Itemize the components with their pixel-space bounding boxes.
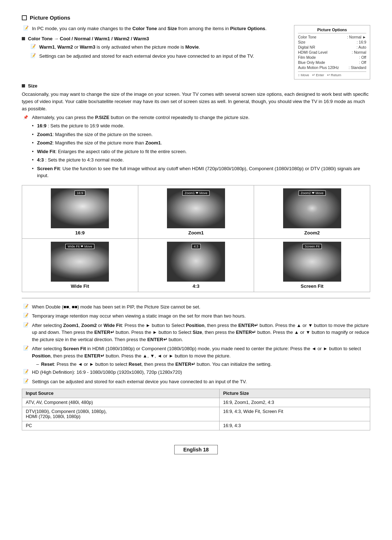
pc-note-text: In PC mode, you can only make changes to… (32, 25, 285, 32)
menu-row-blue: Blue Only Mode : Off (298, 60, 366, 65)
retention-note: 📝 Temporary image retention may occur wh… (22, 312, 370, 320)
bullet-zoom1: Zoom1: Magnifies the size of the picture… (32, 131, 370, 138)
pip-note: 📝 When Double (■■, ■■) mode has been set… (22, 303, 370, 311)
settings-note-text: Settings can be adjusted and stored for … (39, 53, 285, 60)
note-icon-settings2: 📝 (23, 379, 30, 384)
section-heading: Picture Options (22, 15, 370, 21)
img-overlay-169: 16:9 (75, 191, 86, 196)
img-screenfit: Screen Fit (283, 242, 341, 282)
table-row-atv: ATV, AV, Component (480i, 480p) 16:9, Zo… (22, 398, 370, 407)
note-icon-settings: 📝 (30, 53, 38, 58)
menu-label-motion: Auto Motion Plus 120Hz (298, 65, 339, 70)
note-icon-warm: 📝 (30, 44, 38, 49)
table-cell-pc-source: PC (22, 421, 220, 430)
screenfit-note-text: After selecting Screen Fit in HDMI (1080… (32, 345, 370, 359)
zoom-note: 📝 After selecting Zoom1, Zoom2 or Wide F… (22, 322, 370, 343)
menu-nav-move: ↕ Move (298, 73, 309, 77)
img-overlay-zoom1: Zoom1 ❤ Move (182, 191, 209, 196)
menu-nav-return: ↩ Return (327, 73, 341, 77)
table-cell-dtv-size: 16:9, 4:3, Wide Fit, Screen Fit (219, 407, 370, 421)
note-icon-retention: 📝 (23, 313, 30, 318)
reset-note-text: Reset: Press the ◄ or ► button to select… (41, 361, 271, 367)
picture-size-bullets: 16:9 : Sets the picture to 16:9 wide mod… (22, 122, 370, 179)
img-zoom2: Zoom2 ❤ Move (283, 188, 341, 228)
warm-note-text: Warm1, Warm2 or Warm3 is only activated … (39, 44, 285, 51)
psize-note-text: Alternately, you can press the P.SIZE bu… (32, 115, 249, 120)
top-section: 📝 In PC mode, you can only make changes … (22, 25, 370, 79)
menu-val-color-tone: : Normal ► (347, 35, 366, 39)
image-cell-zoom1: Zoom1 ❤ Move Zoom1 (138, 185, 254, 238)
img-overlay-43: 4:3 (192, 244, 201, 249)
footer-text: English 18 (183, 447, 209, 453)
menu-title: Picture Options (298, 28, 366, 33)
table-cell-atv-source: ATV, AV, Component (480i, 480p) (22, 398, 220, 407)
menu-label-blue: Blue Only Mode (298, 60, 325, 65)
menu-label-size: Size (298, 40, 305, 44)
menu-label-color-tone: Color Tone (298, 35, 317, 39)
input-source-table: Input Source Picture Size ATV, AV, Compo… (22, 389, 370, 430)
heading-text: Picture Options (30, 15, 70, 21)
img-overlay-screenfit: Screen Fit (302, 244, 322, 249)
menu-val-film: : Off (359, 55, 366, 60)
note-icon-pip: 📝 (23, 304, 30, 309)
images-grid: 16:9 16:9 Zoom1 ❤ Move Zoom1 Zoom2 ❤ Mov… (22, 185, 370, 292)
size-paragraph: Occasionally, you may want to change the… (22, 91, 370, 112)
bullet-screenfit: Screen Fit: Use the function to see the … (32, 165, 370, 179)
psize-note: 📌 Alternately, you can press the P.SIZE … (22, 115, 370, 120)
menu-row-digital-nr: Digital NR : Auto (298, 45, 366, 49)
menu-val-digital-nr: : Auto (356, 45, 366, 49)
zoom-note-text: After selecting Zoom1, Zoom2 or Wide Fit… (32, 322, 370, 343)
img-43: 4:3 (167, 242, 225, 282)
note-icon-screenfit: 📝 (23, 345, 30, 351)
image-cell-zoom2: Zoom2 ❤ Move Zoom2 (254, 185, 370, 238)
table-row-dtv: DTV(1080i), Component (1080i, 1080p),HDM… (22, 407, 370, 421)
table-row-pc: PC 16:9, 4:3 (22, 421, 370, 430)
bullet-169: 16:9 : Sets the picture to 16:9 wide mod… (32, 122, 370, 130)
psize-ref-icon: 📌 (23, 115, 30, 120)
menu-row-size: Size : 16:9 (298, 40, 366, 44)
menu-row-color-tone: Color Tone : Normal ► (298, 35, 366, 39)
black-square-size-icon (22, 84, 25, 87)
img-caption-169: 16:9 (75, 230, 85, 236)
menu-val-motion: : Standard (349, 65, 366, 70)
image-cell-43: 4:3 4:3 (138, 239, 254, 292)
table-header-input: Input Source (22, 389, 220, 398)
images-row-1: 16:9 16:9 Zoom1 ❤ Move Zoom1 Zoom2 ❤ Mov… (22, 185, 370, 239)
img-caption-43: 4:3 (193, 283, 200, 289)
note-icon-pc: 📝 (23, 25, 30, 30)
top-left: 📝 In PC mode, you can only make changes … (22, 25, 285, 79)
img-caption-zoom2: Zoom2 (304, 230, 320, 236)
pc-note-row: 📝 In PC mode, you can only make changes … (22, 25, 285, 32)
menu-val-hdmi: : Normal (352, 50, 366, 54)
top-right-menu: Picture Options Color Tone : Normal ► Si… (294, 25, 370, 79)
black-square-icon (22, 37, 25, 40)
img-caption-screenfit: Screen Fit (301, 283, 323, 289)
hd-note: 📝 HD (High Definition): 16:9 - 1080i/108… (22, 369, 370, 376)
retention-note-text: Temporary image retention may occur when… (32, 312, 370, 320)
image-cell-169: 16:9 16:9 (22, 185, 138, 238)
color-tone-text: Color Tone → Cool / Normal / Warm1 / War… (28, 36, 149, 41)
settings-note-row: 📝 Settings can be adjusted and stored fo… (22, 53, 285, 60)
table-cell-dtv-source: DTV(1080i), Component (1080i, 1080p),HDM… (22, 407, 220, 421)
img-overlay-widefit: Wide Fit ❤ Move (65, 244, 94, 249)
table-cell-pc-size: 16:9, 4:3 (219, 421, 370, 430)
img-169: 16:9 (51, 188, 109, 228)
settings2-note: 📝 Settings can be adjusted and stored fo… (22, 378, 370, 385)
settings2-note-text: Settings can be adjusted and stored for … (32, 378, 370, 385)
size-heading: Size (22, 83, 370, 89)
menu-nav-enter: ↵ Enter (312, 73, 324, 77)
page-container: Picture Options 📝 In PC mode, you can on… (22, 15, 370, 454)
bullet-widefit: Wide Fit: Enlarges the aspect ratio of t… (32, 148, 370, 155)
size-heading-text: Size (28, 83, 37, 89)
menu-label-film: Film Mode (298, 55, 316, 60)
menu-row-motion: Auto Motion Plus 120Hz : Standard (298, 65, 366, 70)
dash-icon: – (36, 361, 39, 367)
note-icon-zoom: 📝 (23, 322, 30, 327)
image-cell-screenfit: Screen Fit Screen Fit (254, 239, 370, 292)
picture-options-menu: Picture Options Color Tone : Normal ► Si… (294, 25, 370, 79)
footer-badge: English 18 (174, 445, 218, 454)
table-header-size: Picture Size (219, 389, 370, 398)
menu-nav: ↕ Move ↵ Enter ↩ Return (298, 71, 366, 77)
img-zoom1: Zoom1 ❤ Move (167, 188, 225, 228)
page-footer: English 18 (22, 445, 370, 454)
